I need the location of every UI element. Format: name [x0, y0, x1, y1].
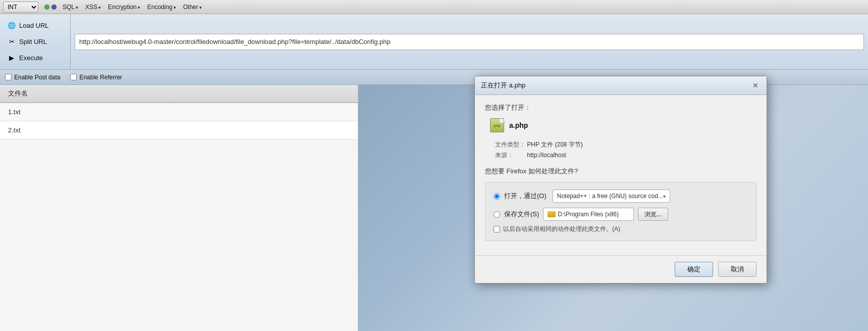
file-type-label: 文件类型： [495, 140, 525, 149]
file-type-row: 文件类型： PHP 文件 (208 字节) [495, 140, 756, 149]
save-radio-row: 保存文件(S) D:\Program Files (x86) 浏览... [494, 208, 748, 221]
close-icon[interactable]: ✕ [750, 80, 761, 90]
dialog-titlebar: 正在打开 a.php ✕ [475, 76, 767, 95]
file-icon: php [490, 118, 504, 132]
open-radio[interactable] [494, 193, 500, 200]
dialog-footer: 确定 取消 [475, 255, 767, 283]
cancel-button[interactable]: 取消 [718, 262, 756, 277]
file-info-row: php a.php [485, 118, 756, 132]
file-meta: 文件类型： PHP 文件 (208 字节) 来源： http://localho… [490, 140, 756, 160]
options-area: 打开，通过(O) Notepad++ : a free (GNU) source… [485, 182, 756, 241]
app-dropdown-text: Notepad++ : a free (GNU) source cod... [557, 193, 663, 200]
save-radio-label: 保存文件(S) [504, 210, 539, 219]
dialog-overlay: 正在打开 a.php ✕ 您选择了打开： php a.php 文件类型： PHP… [0, 0, 868, 331]
auto-checkbox-row: 以后自动采用相同的动作处理此类文件。(A) [494, 225, 748, 233]
dialog-title: 正在打开 a.php [481, 81, 525, 90]
dialog-body: 您选择了打开： php a.php 文件类型： PHP 文件 (208 字节) … [475, 95, 767, 255]
dialog-file-name: a.php [509, 121, 528, 129]
source-label: 来源： [495, 151, 525, 160]
ok-button[interactable]: 确定 [675, 262, 713, 277]
app-dropdown[interactable]: Notepad++ : a free (GNU) source cod... ▾ [553, 190, 670, 203]
open-radio-label: 打开，通过(O) [504, 192, 547, 201]
save-radio[interactable] [494, 211, 500, 218]
auto-checkbox-label: 以后自动采用相同的动作处理此类文件。(A) [503, 225, 620, 233]
file-type-value: PHP 文件 (208 字节) [527, 141, 582, 148]
open-radio-row: 打开，通过(O) Notepad++ : a free (GNU) source… [494, 190, 748, 203]
question-text: 您想要 Firefox 如何处理此文件? [485, 167, 756, 176]
chevron-down-icon: ▾ [663, 194, 666, 199]
dialog-subtitle: 您选择了打开： [485, 103, 756, 112]
folder-icon [548, 211, 556, 217]
auto-checkbox[interactable] [494, 226, 500, 232]
dialog: 正在打开 a.php ✕ 您选择了打开： php a.php 文件类型： PHP… [474, 76, 767, 283]
save-path-text: D:\Program Files (x86) [558, 211, 619, 218]
source-value: http://localhost [527, 152, 566, 159]
browse-button[interactable]: 浏览... [638, 208, 668, 221]
save-path-box: D:\Program Files (x86) [543, 208, 634, 221]
source-row: 来源： http://localhost [495, 151, 756, 160]
